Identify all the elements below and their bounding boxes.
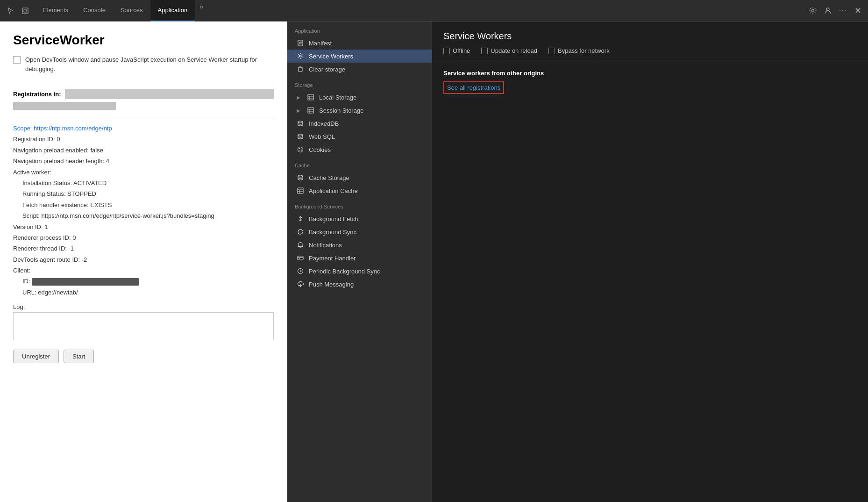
cache-storage-label: Cache Storage (309, 174, 349, 181)
update-on-reload-checkbox-item[interactable]: Update on reload (481, 47, 537, 54)
svg-rect-9 (299, 68, 302, 72)
expand-arrow-local: ▶ (297, 95, 300, 100)
gear-icon (297, 52, 304, 60)
notifications-label: Notifications (309, 242, 342, 249)
clear-storage-label: Clear storage (309, 66, 345, 73)
payment-handler-label: Payment Handler (309, 255, 356, 262)
table-icon-appcache (297, 187, 304, 194)
install-status: Installation Status: ACTIVATED (22, 178, 274, 188)
svg-point-24 (301, 149, 302, 150)
offline-checkbox-item[interactable]: Offline (443, 47, 470, 54)
application-cache-label: Application Cache (309, 187, 358, 194)
sidebar-item-clear-storage[interactable]: Clear storage (287, 63, 432, 76)
sidebar-item-notifications[interactable]: Notifications (287, 238, 432, 251)
sidebar-item-service-workers[interactable]: Service Workers (287, 50, 432, 63)
sidebar-item-bg-sync[interactable]: Background Sync (287, 225, 432, 238)
svg-point-25 (299, 150, 300, 151)
ellipsis-icon[interactable]: ··· (836, 4, 849, 17)
svg-point-20 (298, 121, 303, 123)
registrations-label: Registrations in: (13, 91, 61, 98)
web-sql-label: Web SQL (309, 133, 335, 140)
registrations-input[interactable] (65, 89, 274, 99)
tab-bar: Elements Console Sources Application » ·… (0, 0, 868, 22)
running-status: Running Status: STOPPED (22, 188, 274, 199)
sidebar-item-web-sql[interactable]: Web SQL (287, 130, 432, 143)
arrow-up-down-icon (297, 215, 304, 222)
checkboxes-row: Offline Update on reload Bypass for netw… (443, 47, 857, 54)
cursor-icon[interactable] (4, 4, 17, 17)
sidebar-item-manifest[interactable]: Manifest (287, 36, 432, 50)
tab-console[interactable]: Console (76, 0, 113, 22)
sidebar-header-application: Application (287, 22, 432, 36)
sidebar-item-periodic-bg-sync[interactable]: Periodic Background Sync (287, 265, 432, 278)
tab-application[interactable]: Application (150, 0, 195, 22)
settings-icon[interactable] (806, 4, 819, 17)
card-icon (297, 254, 304, 262)
tab-list: Elements Console Sources Application » (36, 0, 806, 22)
inspect-icon[interactable] (19, 4, 32, 17)
devtools-agent: DevTools agent route ID: -2 (13, 254, 274, 265)
svg-point-22 (298, 147, 303, 152)
bypass-network-checkbox[interactable] (548, 48, 555, 54)
svg-rect-12 (308, 94, 313, 100)
update-on-reload-checkbox[interactable] (481, 48, 488, 54)
debug-checkbox-label: Open DevTools window and pause JavaScrip… (25, 55, 274, 73)
script-url: Script: https://ntp.msn.com/edge/ntp/ser… (22, 210, 274, 221)
log-textarea[interactable] (13, 312, 274, 340)
clock-icon (297, 267, 304, 275)
log-section: Log: (13, 303, 274, 342)
tab-sources[interactable]: Sources (113, 0, 150, 22)
tab-elements[interactable]: Elements (36, 0, 76, 22)
sidebar-item-bg-fetch[interactable]: Background Fetch (287, 212, 432, 225)
bypass-network-checkbox-item[interactable]: Bypass for network (548, 47, 610, 54)
debug-checkbox[interactable] (13, 56, 21, 64)
page-title: ServiceWorker (13, 33, 274, 48)
client-url: URL: edge://newtab/ (22, 287, 274, 298)
service-workers-label: Service Workers (309, 53, 353, 60)
svg-line-39 (300, 271, 302, 272)
other-origins-title: Service workers from other origins (443, 70, 857, 77)
bg-sync-label: Background Sync (309, 229, 356, 236)
doc-icon (297, 39, 304, 47)
active-worker-label: Active worker: (13, 167, 274, 178)
close-devtools-button[interactable]: ✕ (851, 4, 864, 17)
right-panel-title: Service Workers (443, 31, 857, 42)
user-icon[interactable] (821, 4, 834, 17)
client-id-redacted (32, 278, 139, 286)
offline-checkbox[interactable] (443, 48, 450, 54)
sidebar-item-indexeddb[interactable]: IndexedDB (287, 117, 432, 130)
sidebar-item-session-storage[interactable]: ▶ Session Storage (287, 104, 432, 117)
see-all-registrations-link[interactable]: See all registrations (443, 81, 504, 94)
nav-preload-header: Navigation preload header length: 4 (13, 156, 274, 166)
svg-point-23 (299, 148, 300, 149)
sidebar-item-payment-handler[interactable]: Payment Handler (287, 251, 432, 265)
cookie-icon (297, 146, 304, 153)
svg-point-27 (298, 175, 303, 177)
more-tabs-icon[interactable]: » (195, 0, 208, 13)
main-area: ServiceWorker Open DevTools window and p… (0, 22, 868, 502)
sidebar-item-application-cache[interactable]: Application Cache (287, 184, 432, 197)
local-storage-label: Local Storage (319, 94, 356, 101)
sidebar-header-storage: Storage (287, 76, 432, 91)
session-storage-label: Session Storage (319, 107, 363, 114)
svg-rect-36 (299, 258, 300, 259)
svg-point-21 (298, 134, 303, 136)
unregister-button[interactable]: Unregister (13, 350, 59, 363)
log-label: Log: (13, 303, 274, 310)
scope-link[interactable]: Scope: https://ntp.msn.com/edge/ntp (13, 125, 112, 132)
start-button[interactable]: Start (64, 350, 94, 363)
svg-rect-34 (298, 256, 303, 260)
offline-label: Offline (453, 47, 470, 54)
sidebar-item-cache-storage[interactable]: Cache Storage (287, 171, 432, 184)
db-icon-sql (297, 133, 304, 140)
sidebar-item-push-messaging[interactable]: Push Messaging (287, 278, 432, 291)
bell-icon (297, 241, 304, 249)
sidebar-item-local-storage[interactable]: ▶ Local Storage (287, 91, 432, 104)
table-icon-local (307, 93, 314, 101)
sidebar: Application Manifest Service Workers (287, 22, 432, 502)
sidebar-item-cookies[interactable]: Cookies (287, 143, 432, 156)
svg-point-2 (812, 9, 814, 12)
push-messaging-label: Push Messaging (309, 281, 354, 288)
reg-id: Registration ID: 0 (13, 134, 274, 144)
client-label: Client: (13, 265, 274, 276)
